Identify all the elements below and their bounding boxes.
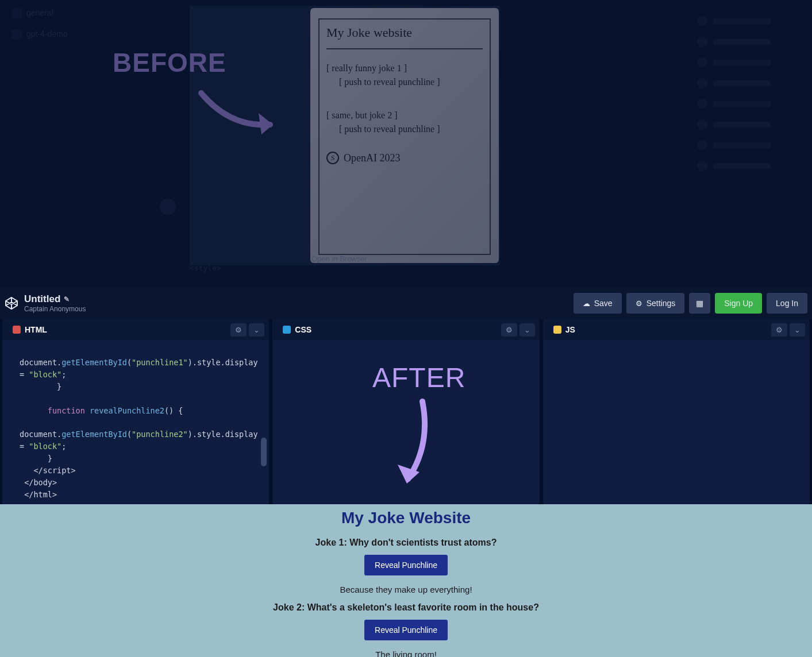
before-section: general gpt-4-demo GPT-4 <!DOCTYPE html>… xyxy=(0,0,812,287)
js-pane: JS ⚙ ⌄ xyxy=(543,319,810,504)
layout-button[interactable]: ▦ xyxy=(689,293,710,314)
joke-text: Joke 2: What's a skeleton's least favori… xyxy=(0,602,812,613)
chevron-down-icon[interactable]: ⌄ xyxy=(519,323,535,337)
codepen-header: Untitled ✎ Captain Anonymous ☁Save ⚙Sett… xyxy=(0,287,812,319)
chevron-down-icon[interactable]: ⌄ xyxy=(790,323,805,337)
js-editor[interactable] xyxy=(543,340,810,504)
punchline-text: The living room! xyxy=(0,650,812,657)
css-icon xyxy=(283,326,291,334)
pane-settings-button[interactable]: ⚙ xyxy=(501,323,517,337)
grid-icon: ▦ xyxy=(696,299,703,308)
html-pane: HTML ⚙ ⌄ document.getElementById("punchl… xyxy=(2,319,269,504)
joke-text: Joke 1: Why don't scientists trust atoms… xyxy=(0,538,812,548)
pane-settings-button[interactable]: ⚙ xyxy=(771,323,787,337)
codepen-logo-icon xyxy=(5,296,18,310)
pen-title[interactable]: Untitled ✎ xyxy=(24,293,86,305)
js-icon xyxy=(553,326,561,334)
output-preview: My Joke Website Joke 1: Why don't scient… xyxy=(0,504,812,657)
scrollbar-thumb[interactable] xyxy=(261,438,267,466)
after-label: AFTER xyxy=(372,362,465,393)
signup-button[interactable]: Sign Up xyxy=(715,293,762,314)
login-button[interactable]: Log In xyxy=(767,293,807,314)
page-title: My Joke Website xyxy=(0,509,812,527)
css-tab[interactable]: CSS xyxy=(277,323,317,337)
pencil-icon[interactable]: ✎ xyxy=(64,295,70,303)
html-editor[interactable]: document.getElementById("punchline1").st… xyxy=(2,340,269,504)
reveal-punchline-button[interactable]: Reveal Punchline xyxy=(364,620,448,640)
settings-button[interactable]: ⚙Settings xyxy=(626,293,685,314)
gear-icon: ⚙ xyxy=(636,299,642,308)
chevron-down-icon[interactable]: ⌄ xyxy=(249,323,264,337)
pane-settings-button[interactable]: ⚙ xyxy=(230,323,247,337)
pen-author: Captain Anonymous xyxy=(24,305,86,313)
html-tab[interactable]: HTML xyxy=(7,323,53,337)
js-tab[interactable]: JS xyxy=(548,323,581,337)
cloud-icon: ☁ xyxy=(583,299,590,308)
punchline-text: Because they make up everything! xyxy=(0,585,812,594)
reveal-punchline-button[interactable]: Reveal Punchline xyxy=(364,555,448,575)
save-button[interactable]: ☁Save xyxy=(574,293,622,314)
html-icon xyxy=(13,326,21,334)
arrow-after-icon xyxy=(391,399,437,490)
